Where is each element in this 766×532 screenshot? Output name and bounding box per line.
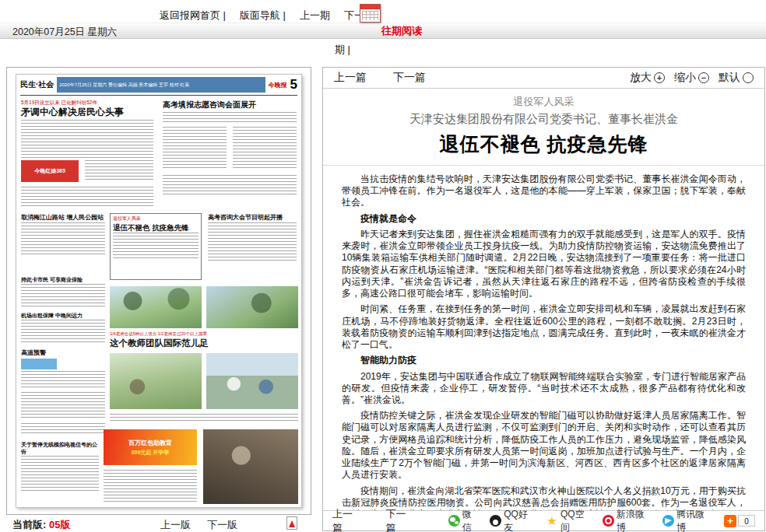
np-headline: 持此卡市民 可享商业保险 [21,276,105,283]
np-article-teacher: 1/4老师会说5种以上语言 1/2老师去过20个以上国家 这个教师团队国际范儿足 [110,331,298,350]
current-page-indicator: 当前版: 05版 [12,518,70,532]
share-wechat-button[interactable]: 微信 [448,508,480,532]
newsprint-text-lines [21,187,153,208]
np-headline: 取消梅江山路站 增人民公园站 [21,214,105,222]
nav-layout-link[interactable]: 版面导航 | [240,9,286,23]
calendar-icon-grid [362,11,378,20]
nav-prev-issue-link[interactable]: 上一期 [300,9,330,23]
next-article-link[interactable]: 下一篇 [393,71,426,85]
np-headline-kicker: 1/4老师会说5种以上语言 1/2老师去过20个以上国家 [110,331,298,337]
np-section-title: 民生·社会 [20,79,54,90]
wechat-icon [448,515,460,527]
np-ad-small: 今晚红娘365 [21,160,79,182]
zoom-in-label: 放大 [630,71,652,85]
np-weather-graphic [21,359,57,369]
share-sina-label: 新浪微博 [617,508,653,532]
newsprint-text-lines [21,392,105,418]
page-thumbnail-panel: 民生·社会 2020年7月25日 星期六 责任编辑 高丽 美术编辑 王宇 校对 … [6,67,311,515]
top-navigation: 返回报网首页 | 版面导航 | 上一期 下一 [160,9,364,23]
epaper-reader-page: 返回报网首页 | 版面导航 | 上一期 下一 2020年07月25日 星期六 期… [0,0,766,532]
np-article-card: 持此卡市民 可享商业保险 [21,275,105,307]
article-reader-panel: 上一篇 下一篇 放大 + 缩小 − 默认 退役军人风采 天津安达集团股份有限公司… [322,67,765,531]
np-photo-street [206,286,298,328]
np-page-number: 5 [290,77,297,93]
share-wechat-label: 微信 [462,508,481,532]
newsprint-text-lines [113,233,199,261]
zoom-default-button[interactable]: 默认 [719,71,754,85]
np-ad-banner-line1: 百万红包助教育 [128,439,172,447]
sina-weibo-icon [603,515,614,527]
next-article-link-bottom[interactable]: 下一篇 [385,507,415,532]
reader-toolbar: 上一篇 下一篇 放大 + 缩小 − 默认 [323,68,764,89]
np-headline: 高考填报志愿咨询会面展开 [163,100,297,110]
np-masthead: 民生·社会 2020年7月25日 星期六 责任编辑 高丽 美术编辑 王宇 校对 … [20,77,297,93]
newsprint-text-lines [208,222,297,261]
np-article-heat: 高温预警 [21,348,105,388]
zoom-out-icon: − [698,72,709,83]
share-qzone-label: QQ空间 [560,508,593,532]
qzone-star-icon: ★ [546,515,558,527]
nav-home-link[interactable]: 返回报网首页 | [160,9,226,23]
zoom-default-icon [743,72,754,83]
np-headline-kicker: 5月19日设立以来 已化解纠纷52件 [21,100,153,106]
np-article-notice: 关于暂停无线模拟电视信号的公告 [21,440,99,492]
article-body: 当抗击疫情的集结号吹响时，天津安达集团股份有限公司党委书记、董事长崔洪金闻令而动… [323,166,764,510]
prev-article-link-bottom[interactable]: 上一篇 [332,507,362,532]
share-qq-label: QQ好友 [504,508,536,532]
nav-next-issue-wrap[interactable]: 期 | [335,43,350,57]
zoom-default-label: 默认 [719,71,740,85]
share-sina-weibo-button[interactable]: 新浪微博 [603,508,653,532]
thumbnail-footer: 当前版: 05版 上一版 下一版 [6,518,311,532]
share-tencent-weibo-button[interactable]: 腾讯微博 [662,508,713,532]
prev-page-link[interactable]: 上一版 [160,518,191,532]
np-photo-umbrella-crowd [206,353,298,409]
newsprint-text-lines [21,456,99,492]
np-article-exam: 高考填报志愿咨询会面展开 [163,100,297,195]
current-page-value: 05版 [49,519,70,530]
np-ad-banner-line2: 899元起 开学季 [132,449,170,457]
newsprint-text-lines [21,222,105,257]
newsprint-text-lines [104,470,197,504]
issue-date: 2020年07月25日 星期六 [12,26,117,39]
share-bar: 上一篇 下一篇 微信 QQ好友 ★ QQ空间 新浪微博 腾讯微博 [323,510,764,530]
newsprint-text-lines [85,160,153,182]
current-page-label: 当前版: [12,519,46,530]
newspaper-page-thumbnail[interactable]: 民生·社会 2020年7月25日 星期六 责任编辑 高丽 美术编辑 王宇 校对 … [16,74,302,508]
np-article-tv: 高考咨询大会节目明起开播 [208,213,297,261]
calendar-icon-top [360,5,380,9]
newsprint-text-lines [163,175,297,195]
np-article-veteran-current[interactable]: 退役军人风采 退伍不褪色 抗疫急先锋 [110,213,202,280]
archive-reading-link[interactable]: 往期阅读 [381,24,422,38]
newsprint-caption-lines [110,414,298,423]
zoom-out-label: 缩小 [674,71,696,85]
article-kicker: 退役军人风采 [339,95,749,109]
np-headline: 关于暂停无线模拟电视信号的公告 [21,441,99,455]
article-header: 退役军人风采 天津安达集团股份有限公司党委书记、董事长崔洪金 退伍不褪色 抗疫急… [323,89,764,166]
share-qq-button[interactable]: QQ好友 [490,508,536,532]
newsprint-text-lines [21,284,105,307]
pdf-download-icon[interactable] [286,516,297,530]
np-date-strip: 2020年7月25日 星期六 责任编辑 高丽 美术编辑 王宇 校对 红英 [57,77,265,93]
np-headline: 退伍不褪色 抗疫急先锋 [113,223,199,232]
share-tencent-label: 腾讯微博 [676,508,713,532]
calendar-icon[interactable] [360,4,381,23]
np-photo-park [110,286,202,328]
np-photo-indoor [203,429,298,504]
np-article-main: 5月19日设立以来 已化解纠纷52件 矛调中心解决居民心头事 [21,100,153,159]
newsprint-text-lines [163,127,227,170]
article-section-heading: 智能助力防疫 [342,355,746,366]
article-title: 退伍不褪色 抗疫急先锋 [339,131,749,157]
share-more-button[interactable]: + [724,515,736,527]
zoom-out-button[interactable]: 缩小 − [674,71,709,85]
np-headline-kicker: 退役军人风采 [113,216,199,222]
np-article-metro: 取消梅江山路站 增人民公园站 [21,213,105,257]
newsprint-text-lines [21,320,105,343]
share-qzone-button[interactable]: ★ QQ空间 [546,508,593,532]
np-headline: 这个教师团队国际范儿足 [110,338,298,348]
prev-article-link[interactable]: 上一篇 [334,71,367,85]
article-section-heading: 疫情就是命令 [342,213,746,225]
next-page-link[interactable]: 下一版 [207,518,237,532]
article-subtitle: 天津安达集团股份有限公司党委书记、董事长崔洪金 [339,112,749,127]
newsprint-text-lines [21,371,105,388]
zoom-in-button[interactable]: 放大 + [630,71,665,85]
